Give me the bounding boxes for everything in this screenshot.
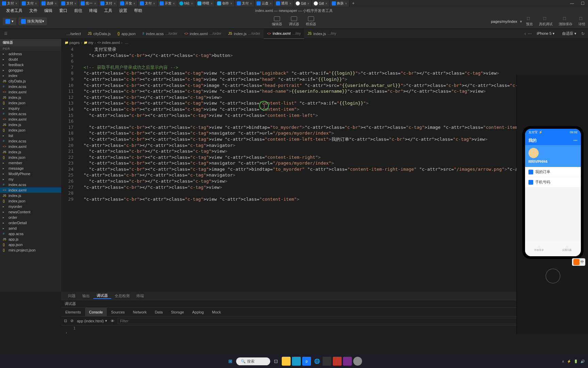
close-tab-icon[interactable]: ×	[55, 2, 57, 5]
devtools-tab[interactable]: Data	[151, 308, 167, 317]
file-tree-item[interactable]: JSapp.js	[0, 236, 61, 242]
breadcrumb-item[interactable]: 📁pages	[65, 41, 80, 45]
file-tab[interactable]: …/select	[61, 29, 84, 39]
devtools-tab[interactable]: Network	[129, 308, 151, 317]
close-tab-icon[interactable]: ×	[191, 2, 193, 5]
close-tab-icon[interactable]: ×	[250, 2, 252, 5]
avatar-icon[interactable]	[353, 357, 362, 366]
panel-tab[interactable]: 终端	[133, 293, 147, 298]
eye-icon[interactable]: 👁	[111, 319, 114, 323]
menu-item[interactable]: 帮助	[131, 8, 146, 14]
close-tab-icon[interactable]: ×	[35, 2, 37, 5]
device-select[interactable]: iPhone 5 ▾	[534, 31, 557, 36]
sidebar-toggle-icon[interactable]: ☰	[2, 31, 10, 36]
close-tab-icon[interactable]: ×	[307, 2, 309, 5]
file-tree-item[interactable]: ▸doubt	[0, 57, 61, 62]
mode-tab[interactable]: 编辑器	[272, 16, 282, 27]
browser-tab[interactable]: 云盘×	[255, 0, 274, 6]
devtools-tab[interactable]: Applog	[188, 308, 208, 317]
close-tab-icon[interactable]: ×	[153, 2, 155, 5]
file-tab[interactable]: <>index.axml…/my	[264, 29, 304, 39]
list-item[interactable]: 手机号码	[525, 177, 581, 187]
toolbar-project-select[interactable]: 挂失淘报 ▾	[18, 17, 47, 25]
close-tab-icon[interactable]: ×	[211, 2, 213, 5]
panel-tab[interactable]: 全息检测	[111, 293, 133, 298]
file-tree-item[interactable]: JSindex.js	[0, 122, 61, 127]
browser-tab[interactable]: 换肤×	[330, 0, 349, 6]
file-tree-item[interactable]: {}index.json	[0, 127, 61, 133]
file-tree-item[interactable]: ▸feedback	[0, 62, 61, 67]
file-tree-item[interactable]: ▸index	[0, 73, 61, 78]
file-tab[interactable]: #index.acss…/order	[139, 29, 181, 39]
file-tree-item[interactable]: ▸newsContent	[0, 209, 61, 215]
file-tree-item[interactable]: ▸address	[0, 51, 61, 57]
close-tab-icon[interactable]: ×	[133, 2, 135, 5]
close-tab-icon[interactable]: ×	[325, 2, 327, 5]
devtools-tab[interactable]: Sources	[107, 308, 129, 317]
explorer-icon[interactable]	[282, 357, 291, 366]
browser-tab[interactable]: Gitl×	[294, 0, 312, 6]
file-tab[interactable]: <>index.axml…/order	[181, 29, 225, 39]
close-tab-icon[interactable]: ×	[345, 2, 347, 5]
browser-tab[interactable]: 开发×	[118, 0, 138, 6]
app-icon-3[interactable]	[333, 357, 342, 366]
console-prompt[interactable]: ›	[65, 331, 68, 335]
more-actions-icon[interactable]: ⋯	[528, 31, 532, 36]
devtools-tab[interactable]: Mock	[208, 308, 225, 317]
maximize-icon[interactable]: ☐	[577, 1, 588, 6]
browser-tab[interactable]: 通用×	[274, 0, 294, 6]
tab-item[interactable]: ⬚自动登录	[525, 241, 553, 256]
file-tab[interactable]: JSindex.js…/order	[225, 29, 264, 39]
browser-tab[interactable]: 选择×	[39, 0, 59, 6]
console-filter[interactable]	[118, 318, 524, 324]
browser-tab[interactable]: 统一×	[79, 0, 98, 6]
ime-indicator[interactable]: 中	[572, 258, 585, 266]
page-selector[interactable]: pages/my/index	[491, 19, 517, 24]
menu-item[interactable]: 设置	[116, 8, 131, 14]
tab-item[interactable]: ⬚页面问题	[553, 241, 581, 256]
file-tree-item[interactable]: {}index.json	[0, 100, 61, 106]
toolbar-action[interactable]: ⬚预览	[526, 16, 533, 27]
browser-tab[interactable]: 支付×	[235, 0, 255, 6]
close-tab-icon[interactable]: ×	[270, 2, 272, 5]
mode-tab[interactable]: 调试器	[289, 16, 299, 27]
mode-tab[interactable]: 模拟器	[306, 16, 316, 27]
refresh-icon[interactable]: ↻	[581, 31, 585, 36]
file-tree-item[interactable]: ▸member	[0, 160, 61, 166]
close-tab-icon[interactable]: ×	[230, 2, 232, 5]
file-tree-item[interactable]: #index.acss	[0, 111, 61, 117]
devtools-tab[interactable]: Storage	[167, 308, 188, 317]
new-tab-button[interactable]: +	[349, 1, 357, 6]
chrome-icon[interactable]: 🌐	[312, 357, 321, 366]
file-tree-item[interactable]: {}index.json	[0, 198, 61, 204]
devtools-tab[interactable]: Elements	[61, 308, 85, 317]
clear-console-icon[interactable]: ⊘	[70, 319, 74, 323]
menu-item[interactable]: 窗口	[56, 8, 71, 14]
file-tree-item[interactable]: #app.acss	[0, 231, 61, 236]
browser-tab[interactable]: 支付×	[138, 0, 158, 6]
app-icon[interactable]: p	[302, 357, 311, 366]
file-tree-item[interactable]: ▸message	[0, 166, 61, 171]
file-tree-item[interactable]: ▸send	[0, 226, 61, 231]
phone-more-icon[interactable]: ⋯	[573, 138, 577, 143]
menu-item[interactable]: 终端	[86, 8, 101, 14]
taskbar-search[interactable]: 🔍 搜索	[236, 357, 270, 365]
breadcrumb-item[interactable]: …	[124, 41, 129, 45]
menu-item[interactable]: 前往	[71, 8, 86, 14]
breadcrumb-item[interactable]: <>index.axml	[97, 41, 120, 45]
file-tree-item[interactable]: JScityData.js	[0, 78, 61, 84]
browser-tab[interactable]: Gitl×	[312, 0, 330, 6]
browser-tab[interactable]: 支付×	[98, 0, 118, 6]
browser-tab[interactable]: 创作×	[215, 0, 235, 6]
close-tab-icon[interactable]: ×	[75, 2, 77, 5]
breadcrumb-item[interactable]: 📁my	[84, 41, 94, 45]
browser-tab[interactable]: b站×	[177, 0, 195, 6]
close-tab-icon[interactable]: ×	[15, 2, 17, 5]
toolbar-action[interactable]: ⬚真机调试	[539, 16, 553, 27]
close-tab-icon[interactable]: ×	[173, 2, 175, 5]
file-tree-item[interactable]: ▸ModifyPhone	[0, 171, 61, 177]
browser-tab[interactable]: 开发×	[158, 0, 177, 6]
start-button[interactable]: ⊞	[226, 357, 235, 366]
phone-profile-card[interactable]: RRlVPHH4	[525, 145, 581, 167]
file-tree-item[interactable]: <>index.axml	[0, 187, 61, 193]
